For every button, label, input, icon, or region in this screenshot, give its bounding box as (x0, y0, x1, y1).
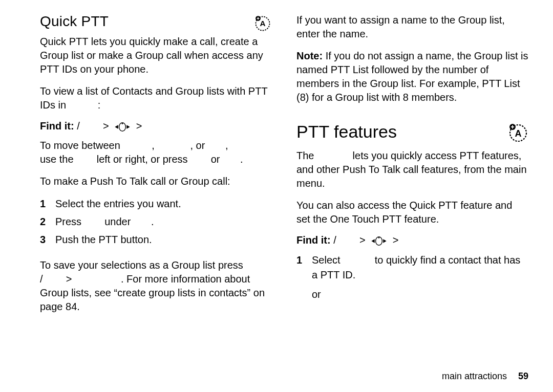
find-it-chevron: > (136, 120, 142, 132)
step-2: Press under . (40, 214, 272, 229)
or-text: or (312, 289, 528, 300)
text: The (296, 150, 314, 161)
text: , (152, 140, 155, 151)
text: To move between (40, 140, 120, 151)
save-group-list: To save your selections as a Group list … (40, 258, 272, 314)
make-call-steps: Select the entries you want. Press under… (40, 197, 272, 250)
text: left or right, or press (97, 154, 188, 165)
quick-ptt-view-list: To view a list of Contacts and Group lis… (40, 84, 272, 112)
text: Select (312, 254, 341, 266)
text: To view a list of Contacts and Group lis… (40, 85, 267, 111)
two-column-layout: Quick PTT A Quick PTT lets you quickly m… (40, 13, 528, 367)
find-it-slash: / (77, 120, 80, 132)
make-call-intro: To make a Push To Talk call or Group cal… (40, 175, 272, 188)
step-text: Press under . (55, 214, 154, 229)
note-label: Note: (296, 50, 323, 61)
svg-point-13 (378, 237, 380, 238)
find-it-line-2: Find it: / > > (296, 234, 528, 247)
find-it-chevron: > (359, 234, 366, 246)
page-footer: main attractions 59 (40, 367, 528, 382)
text: , (225, 140, 228, 151)
feature-badge-icon: A (253, 14, 272, 33)
text: . For more information about Group lists… (40, 273, 265, 312)
assign-name: If you want to assign a name to the Grou… (296, 13, 528, 41)
find-it-line-1: Find it: / > > (40, 120, 272, 133)
ptt-features-intro: The lets you quickly access PTT features… (296, 149, 528, 190)
text: use the (40, 154, 74, 165)
step-3: Push the PTT button. (40, 232, 272, 247)
step-text: Select the entries you want. (55, 197, 181, 211)
text: > (66, 273, 72, 285)
svg-text:A: A (515, 128, 522, 139)
svg-point-6 (122, 123, 123, 124)
text: , or (190, 140, 205, 151)
text: . (240, 154, 243, 165)
left-column: Quick PTT A Quick PTT lets you quickly m… (40, 13, 272, 367)
feature-badge-icon: A (508, 123, 528, 143)
text: To save your selections as a Group list … (40, 259, 243, 271)
ptt-features-steps: Select to quickly find a contact that ha… (296, 253, 528, 286)
move-between: To move between , , or , use the left or… (40, 139, 272, 166)
text: under (104, 216, 131, 227)
text: lets you quickly access PTT features, an… (296, 150, 527, 189)
ptt-features-heading-row: PTT features A (296, 122, 528, 149)
text: to quickly find a contact that has a PTT… (312, 254, 520, 280)
step-text: Select to quickly find a contact that ha… (312, 253, 528, 282)
text: / (40, 273, 43, 285)
find-it-slash: / (333, 234, 336, 246)
ptt-features-also: You can also access the Quick PTT featur… (296, 199, 528, 226)
find-it-label: Find it: (40, 120, 74, 132)
text: Press (55, 216, 81, 227)
step-1: Select to quickly find a contact that ha… (296, 253, 528, 282)
svg-text:A: A (260, 19, 265, 28)
note-paragraph: Note: If you do not assign a name, the G… (296, 49, 528, 104)
nav-icon (368, 234, 393, 246)
ptt-features-heading: PTT features (296, 122, 397, 142)
quick-ptt-heading: Quick PTT (40, 13, 109, 30)
find-it-label: Find it: (296, 234, 331, 246)
find-it-chevron: > (393, 234, 399, 246)
nav-icon (112, 120, 136, 132)
step-1: Select the entries you want. (40, 197, 272, 211)
quick-ptt-heading-row: Quick PTT A (40, 13, 272, 35)
text: : (98, 99, 101, 111)
footer-section: main attractions (442, 371, 507, 382)
quick-ptt-intro: Quick PTT lets you quickly make a call, … (40, 35, 272, 76)
text: or (211, 154, 220, 165)
right-column: If you want to assign a name to the Grou… (296, 13, 528, 367)
page-number: 59 (518, 371, 528, 382)
find-it-chevron: > (103, 120, 109, 132)
text: . (151, 216, 154, 227)
document-page: Quick PTT A Quick PTT lets you quickly m… (0, 0, 553, 392)
note-body: If you do not assign a name, the Group l… (296, 50, 528, 103)
step-text: Push the PTT button. (55, 232, 152, 247)
